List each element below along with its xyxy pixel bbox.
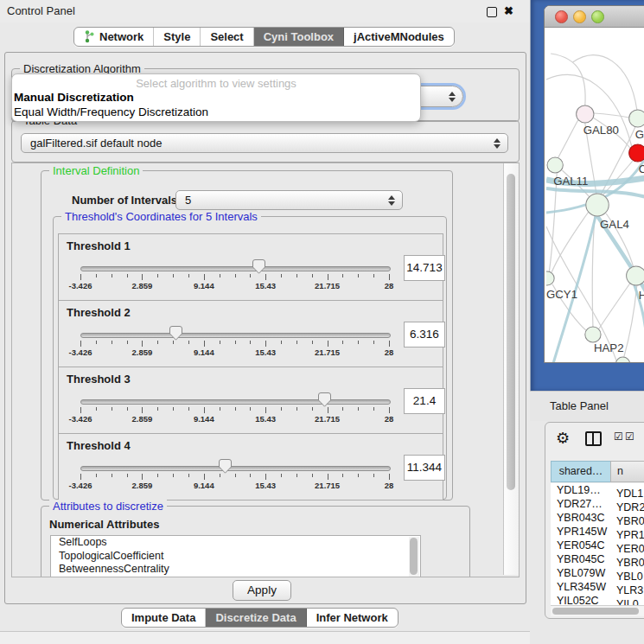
threshold-value-field[interactable]: 6.316 bbox=[404, 322, 445, 348]
slider-ticks bbox=[80, 341, 389, 348]
select-all-icon-2[interactable]: ☑ bbox=[625, 430, 634, 443]
slider-thumb[interactable] bbox=[252, 259, 265, 274]
network-node-label: GA bbox=[635, 128, 644, 141]
network-edge[interactable] bbox=[599, 284, 630, 328]
cell-shared-name[interactable]: YDL19… bbox=[551, 483, 610, 497]
number-of-intervals-value: 5 bbox=[185, 194, 191, 207]
slider-thumb[interactable] bbox=[219, 459, 232, 474]
network-window: GAL80GACGAL11GAL4GCY1HHAP2 bbox=[544, 5, 644, 363]
tab-network[interactable]: Network bbox=[74, 28, 154, 46]
network-edge[interactable] bbox=[594, 113, 629, 118]
threshold-value-field[interactable]: 14.713 bbox=[404, 255, 445, 281]
table-header-row: shared… n bbox=[545, 461, 644, 482]
network-node-label: GAL4 bbox=[600, 218, 629, 231]
network-node-ga[interactable] bbox=[629, 110, 644, 127]
tab-label: Select bbox=[210, 30, 243, 43]
settings-vertical-scrollbar[interactable] bbox=[503, 163, 519, 575]
network-node[interactable] bbox=[615, 357, 629, 363]
popup-option-equal-width-frequency[interactable]: Equal Width/Frequency Discretization bbox=[14, 105, 208, 118]
cell-shared-name[interactable]: YBL079W bbox=[551, 566, 610, 580]
table-hscrollbar-thumb[interactable] bbox=[552, 608, 639, 615]
network-node-gal4[interactable] bbox=[586, 194, 609, 216]
tab-select[interactable]: Select bbox=[201, 28, 253, 46]
bottom-tab-bar: Impute DataDiscretize DataInfer Network bbox=[121, 608, 399, 628]
gear-icon[interactable]: ⚙ bbox=[556, 429, 570, 448]
tab-cyni-toolbox[interactable]: Cyni Toolbox bbox=[254, 28, 344, 46]
control-panel-title: Control Panel bbox=[7, 0, 75, 22]
table-panel-header: Table Panel bbox=[530, 391, 644, 421]
network-edge[interactable] bbox=[624, 285, 637, 358]
select-all-icon[interactable]: ☑ bbox=[614, 430, 623, 443]
minimize-traffic-light[interactable] bbox=[573, 10, 586, 23]
slider-thumb[interactable] bbox=[169, 326, 182, 341]
cell-shared-name[interactable]: YDR27… bbox=[551, 497, 610, 511]
tab-impute-data[interactable]: Impute Data bbox=[122, 609, 206, 627]
slider-thumb[interactable] bbox=[318, 392, 331, 407]
cell-shared-name[interactable]: YIL052C bbox=[551, 594, 610, 605]
number-of-intervals-combo[interactable]: 5 bbox=[175, 190, 403, 210]
cell-shared-name[interactable]: YER054C bbox=[551, 539, 610, 552]
table-row[interactable]: YDR27…YDR2 bbox=[551, 497, 644, 511]
table-row[interactable]: YBR045CYBR0 bbox=[551, 552, 644, 566]
network-node-hap2[interactable] bbox=[585, 327, 601, 342]
table-row[interactable]: YPR145WYPR1 bbox=[551, 525, 644, 539]
network-node-gal11[interactable] bbox=[547, 157, 563, 173]
columns-icon[interactable] bbox=[585, 431, 602, 446]
attribute-list-item[interactable]: BetweennessCentrality bbox=[51, 563, 420, 577]
table-rows: YDL19…YDL1YDR27…YDR2YBR043CYBR0YPR145WYP… bbox=[551, 483, 644, 605]
apply-button[interactable]: Apply bbox=[233, 580, 291, 601]
close-icon[interactable]: ✖ bbox=[504, 3, 513, 19]
cell-name[interactable]: YIL0 bbox=[610, 597, 639, 605]
table-row[interactable]: YER054CYER0 bbox=[551, 539, 644, 552]
network-canvas[interactable]: GAL80GACGAL11GAL4GCY1HHAP2 bbox=[546, 28, 644, 363]
table-data-combo[interactable]: galFiltered.sif default node bbox=[21, 133, 508, 153]
table-panel: ⚙ ☑ ☑ shared… n YDL19…YDL1YDR27…YDR2YBR0… bbox=[545, 422, 644, 619]
tab-jactivemnodules[interactable]: jActiveMNodules bbox=[344, 28, 454, 46]
popup-option-manual-discretization[interactable]: Manual Discretization bbox=[14, 91, 134, 104]
table-row[interactable]: YLR345WYLR3 bbox=[551, 580, 644, 594]
threshold-value-field[interactable]: 21.4 bbox=[404, 388, 445, 414]
slider-track[interactable] bbox=[80, 333, 391, 338]
table-row[interactable]: YBL079WYBL0 bbox=[551, 566, 644, 580]
cell-shared-name[interactable]: YBR045C bbox=[551, 552, 610, 566]
network-edge[interactable] bbox=[558, 120, 577, 158]
network-node-c[interactable] bbox=[629, 144, 644, 162]
tab-discretize-data[interactable]: Discretize Data bbox=[206, 609, 306, 627]
cell-shared-name[interactable]: YLR345W bbox=[551, 580, 610, 594]
network-node-gcy1[interactable] bbox=[546, 271, 554, 285]
threshold-panel-4: Threshold 4-3.4262.8599.14415.4321.71528… bbox=[58, 433, 443, 501]
attribute-list-item[interactable]: TopologicalCoefficient bbox=[51, 550, 420, 564]
column-header-name[interactable]: n bbox=[610, 461, 644, 482]
network-node-h[interactable] bbox=[627, 266, 644, 285]
float-window-icon[interactable] bbox=[487, 7, 497, 17]
tab-label: Discretize Data bbox=[215, 611, 296, 624]
zoom-traffic-light[interactable] bbox=[591, 10, 604, 23]
network-edge[interactable] bbox=[551, 54, 585, 105]
network-window-titlebar[interactable] bbox=[545, 6, 644, 28]
close-traffic-light[interactable] bbox=[555, 10, 568, 23]
tab-infer-network[interactable]: Infer Network bbox=[307, 609, 398, 627]
slider-track[interactable] bbox=[80, 266, 391, 271]
slider-track[interactable] bbox=[80, 466, 391, 471]
column-header-shared[interactable]: shared… bbox=[551, 461, 611, 482]
attributes-list-scrollbar[interactable] bbox=[409, 537, 419, 577]
tab-label: Impute Data bbox=[131, 611, 195, 624]
control-panel-content: Discretization Algorithm Select algorith… bbox=[4, 52, 526, 604]
network-edge[interactable] bbox=[573, 55, 637, 110]
network-node-label: HAP2 bbox=[594, 341, 624, 354]
cell-shared-name[interactable]: YPR145W bbox=[551, 525, 610, 539]
table-row[interactable]: YBR043CYBR0 bbox=[551, 511, 644, 525]
popup-hint-text: Select algorithm to view settings bbox=[12, 77, 420, 90]
table-horizontal-scrollbar[interactable] bbox=[551, 605, 644, 616]
algorithm-dropdown-popup: Select algorithm to view settings Manual… bbox=[11, 73, 421, 122]
tab-style[interactable]: Style bbox=[154, 28, 201, 46]
settings-scrollbar-thumb[interactable] bbox=[507, 174, 515, 490]
threshold-value-field[interactable]: 11.344 bbox=[404, 455, 445, 481]
network-node-label: GAL11 bbox=[553, 175, 588, 188]
table-row[interactable]: YDL19…YDL1 bbox=[551, 483, 644, 497]
slider-track[interactable] bbox=[80, 399, 391, 405]
table-row[interactable]: YIL052CYIL0 bbox=[551, 594, 644, 605]
attribute-list-item[interactable]: SelfLoops bbox=[51, 536, 420, 550]
cell-shared-name[interactable]: YBR043C bbox=[551, 511, 610, 525]
network-node-gal80[interactable] bbox=[577, 105, 594, 123]
